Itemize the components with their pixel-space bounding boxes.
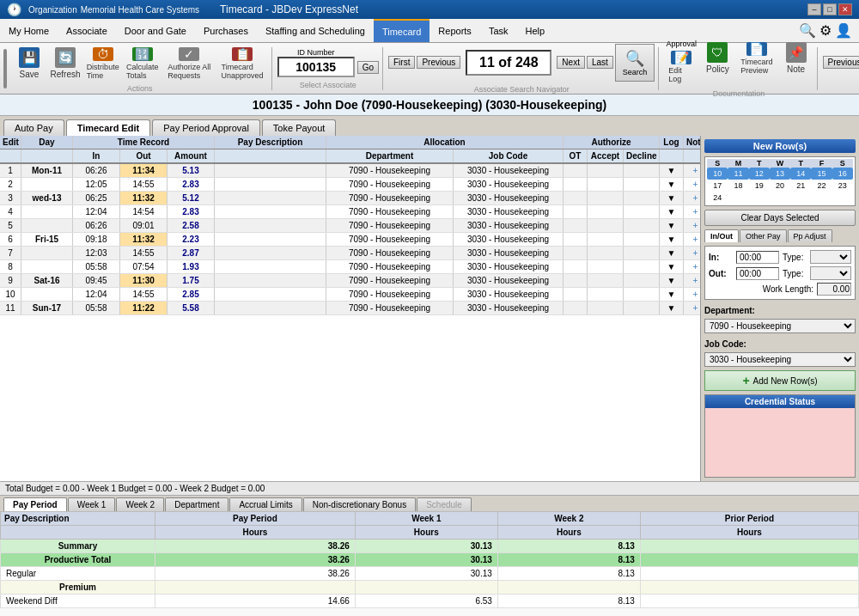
search-button[interactable]: 🔍 Search	[615, 44, 655, 82]
timecard-scroll-area[interactable]: 1 Mon-11 06:26 11:34 5.13 7090 - Houseke…	[0, 164, 700, 387]
add-new-rows-button[interactable]: + Add New Row(s)	[704, 370, 856, 391]
cal-day-20[interactable]: 20	[770, 180, 790, 192]
menu-my-home[interactable]: My Home	[0, 19, 58, 42]
cal-day-18[interactable]: 18	[728, 180, 748, 192]
calc-icon: 🔢	[132, 47, 153, 61]
table-row: 9 Sat-16 09:45 11:30 1.75 7090 - Houseke…	[0, 274, 700, 288]
maximize-button[interactable]: □	[823, 3, 837, 15]
menu-associate[interactable]: Associate	[58, 19, 116, 42]
calendar-week3: 24	[707, 192, 853, 204]
tab-pay-period-approval[interactable]: Pay Period Approval	[152, 119, 260, 136]
cal-day-17[interactable]: 17	[707, 180, 728, 192]
tab-week2[interactable]: Week 2	[116, 497, 164, 511]
tab-department[interactable]: Department	[165, 497, 228, 511]
cal-day-24[interactable]: 24	[707, 192, 728, 204]
close-button[interactable]: ✕	[838, 3, 852, 15]
calendar-week2: 17 18 19 20 21 22 23	[707, 180, 853, 192]
col-authorize: Authorize	[564, 136, 660, 149]
table-row: 5 06:26 09:01 2.58 7090 - Housekeeping 3…	[0, 219, 700, 233]
user-icon[interactable]: 👤	[835, 22, 852, 39]
last-button[interactable]: Last	[587, 56, 613, 69]
cal-day-23[interactable]: 23	[832, 180, 853, 192]
menu-reports[interactable]: Reports	[430, 19, 480, 42]
select-associate-label: Select Associate	[277, 81, 379, 89]
cal-day-16[interactable]: 16	[832, 168, 853, 180]
tab-pay-period[interactable]: Pay Period	[3, 497, 67, 511]
calculate-totals-button[interactable]: 🔢 Calculate Totals	[123, 45, 161, 82]
cal-day-22[interactable]: 22	[811, 180, 832, 192]
tab-auto-pay[interactable]: Auto Pay	[3, 119, 64, 136]
go-button[interactable]: Go	[357, 61, 379, 74]
timecard-preview-button[interactable]: 📄 Timecard Preview	[736, 40, 777, 77]
cal-day-12[interactable]: 12	[749, 168, 770, 180]
summary-subhdr-w1-hours: Hours	[355, 526, 497, 540]
settings-icon[interactable]: ⚙	[819, 22, 832, 39]
documentation-label: Documentation	[664, 89, 813, 98]
type-select-out[interactable]	[810, 266, 851, 280]
col-log: Log	[660, 136, 684, 149]
tab-accrual-limits[interactable]: Accrual Limits	[229, 497, 302, 511]
cal-day-11[interactable]: 11	[728, 168, 748, 180]
out-time-input[interactable]	[736, 267, 779, 280]
global-search-icon[interactable]: 🔍	[799, 22, 816, 39]
minimize-button[interactable]: –	[807, 3, 821, 15]
authorize-all-button[interactable]: ✓ Authorize All Requests	[163, 45, 215, 82]
cal-day-21[interactable]: 21	[790, 180, 811, 192]
cal-day-10[interactable]: 10	[707, 168, 728, 180]
policy-button[interactable]: 🛡 Policy	[700, 40, 734, 77]
distribute-time-button[interactable]: ⏱ Distribute Time	[84, 45, 121, 82]
tab-toke-payout[interactable]: Toke Payout	[262, 119, 337, 136]
timecard-unapproved-button[interactable]: 📋 Timecard Unapproved	[217, 45, 268, 82]
menu-door-gate[interactable]: Door and Gate	[116, 19, 195, 42]
tab-non-disc-bonus[interactable]: Non-discretionary Bonus	[303, 497, 417, 511]
save-button[interactable]: 💾 Save	[12, 45, 46, 82]
menu-timecard[interactable]: Timecard	[374, 19, 430, 42]
summary-col-week2: Week 2	[497, 512, 640, 526]
job-code-select[interactable]: 3030 - Housekeeping	[704, 352, 856, 367]
tab-timecard-edit[interactable]: Timecard Edit	[66, 119, 151, 136]
menu-task[interactable]: Task	[480, 19, 517, 42]
work-length-input	[817, 283, 851, 296]
in-time-input[interactable]	[736, 251, 779, 264]
associate-id-input[interactable]: 100135	[277, 57, 355, 77]
summary-col-prior: Prior Period	[640, 512, 858, 526]
menu-purchases[interactable]: Purchases	[195, 19, 257, 42]
summary-row-weekend-diff: Weekend Diff 14.66 6.53 8.13	[1, 595, 859, 608]
prev-period-button[interactable]: Previous	[823, 56, 859, 69]
tab-in-out[interactable]: In/Out	[704, 229, 739, 242]
clear-days-button[interactable]: Clear Days Selected	[704, 210, 856, 226]
in-row: In: Type:	[709, 250, 851, 264]
main-toolbar: 💾 Save 🔄 Refresh ⏱ Distribute Time 🔢 Cal…	[0, 43, 859, 95]
credential-status-body	[705, 408, 855, 477]
menu-help[interactable]: Help	[517, 19, 554, 42]
col-allocation: Allocation	[326, 136, 564, 149]
new-rows-title: New Row(s)	[704, 139, 856, 153]
credential-status-title: Credential Status	[705, 395, 855, 408]
tab-week1[interactable]: Week 1	[68, 497, 116, 511]
id-number-label: ID Number	[297, 48, 335, 57]
next-nav-button[interactable]: Next	[557, 56, 585, 69]
type-select-in[interactable]	[810, 250, 851, 264]
subhdr-decline: Decline	[624, 149, 660, 162]
tab-pp-adjust[interactable]: Pp Adjust	[788, 229, 832, 242]
table-row: 8 05:58 07:54 1.93 7090 - Housekeeping 3…	[0, 260, 700, 274]
work-length-label: Work Length:	[763, 284, 813, 294]
refresh-button[interactable]: 🔄 Refresh	[48, 45, 82, 82]
cal-day-14[interactable]: 14	[790, 168, 811, 180]
department-select[interactable]: 7090 - Housekeeping	[704, 319, 856, 333]
menu-staffing[interactable]: Staffing and Scheduling	[257, 19, 374, 42]
table-row: 10 12:04 14:55 2.85 7090 - Housekeeping …	[0, 288, 700, 302]
table-row: 11 Sun-17 05:58 11:22 5.58 7090 - Housek…	[0, 302, 700, 315]
note-button[interactable]: 📌 Note	[779, 40, 813, 77]
first-button[interactable]: First	[388, 56, 415, 69]
previous-button[interactable]: Previous	[417, 56, 460, 69]
cal-day-13[interactable]: 13	[770, 168, 790, 180]
select-associate-group: ID Number 100135 Go Select Associate	[274, 47, 383, 90]
cal-day-15[interactable]: 15	[811, 168, 832, 180]
edit-log-button[interactable]: 📝 Edit Log	[664, 48, 698, 86]
employee-avatar	[3, 49, 7, 88]
subhdr-ot: OT	[564, 149, 588, 162]
cal-day-19[interactable]: 19	[749, 180, 770, 192]
summary-subhdr-prior-hours: Hours	[640, 526, 858, 540]
tab-other-pay[interactable]: Other Pay	[740, 229, 787, 242]
